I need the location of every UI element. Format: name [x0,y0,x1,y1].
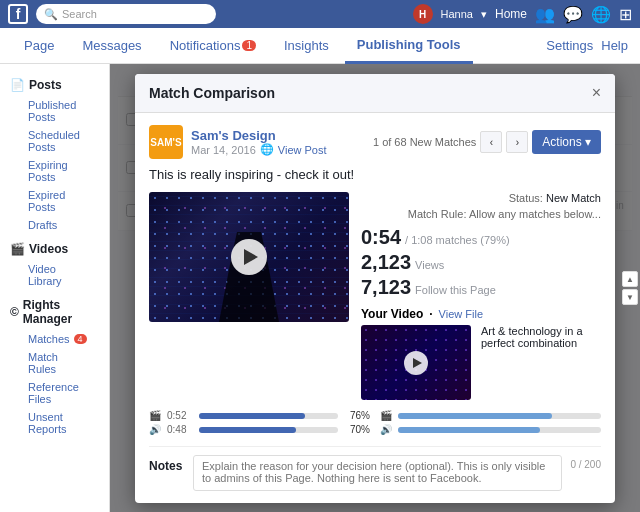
sidebar-item-expired-posts[interactable]: Expired Posts [10,186,99,216]
your-audio-bar-wrap [398,427,601,433]
sidebar-item-drafts[interactable]: Drafts [10,216,99,234]
your-video-bar-wrap [398,413,601,419]
copyright-icon: © [10,305,19,319]
help-link[interactable]: Help [601,38,628,53]
sidebar-section-videos: 🎬 Videos Video Library [0,236,109,292]
chat-icon: 💬 [563,5,583,24]
play-icon [244,249,258,265]
match-rule-value: Allow any matches below... [469,208,601,220]
stats-area: Status: New Match Match Rule: Allow any … [149,192,601,400]
your-video-progress-row: 🎬 [380,410,601,421]
view-post-link[interactable]: View Post [278,144,327,156]
content-area: Title Date Views Duration Description 2:… [110,64,640,512]
page-nav: Page Messages Notifications 1 Insights P… [0,28,640,64]
user-name: Hanna [441,8,473,20]
stat-label-views: Views [415,259,444,271]
match-nav: 1 of 68 New Matches ‹ › Actions ▾ [373,130,601,154]
your-video-icon: 🎬 [380,410,394,421]
sidebar-item-published-posts[interactable]: Published Posts [10,96,99,126]
video-icon: 🎬 [149,410,163,421]
user-date: Mar 14, 2016 🌐 View Post [191,143,327,156]
sidebar-item-expiring-posts[interactable]: Expiring Posts [10,156,99,186]
audio-progress-fill [199,427,296,433]
stat-views: 2,123 Views [361,251,601,274]
grid-icon: ⊞ [619,5,632,24]
your-video-bar-fill [398,413,552,419]
your-audio-icon: 🔊 [380,424,394,435]
your-video-link[interactable]: View File [439,308,483,320]
videos-section-header: 🎬 Videos [10,242,99,256]
stat-label-duration: / 1:08 matches (79%) [405,234,510,246]
notes-count: 0 / 200 [570,455,601,470]
stat-number-followers: 7,123 [361,276,411,299]
notifications-badge: 1 [242,40,256,51]
match-rule-row: Match Rule: Allow any matches below... [361,208,601,220]
audio-progress-bar-wrap [199,427,338,433]
nav-publishing-tools[interactable]: Publishing Tools [345,28,473,64]
your-video-thumbnail [361,325,471,400]
notes-input[interactable] [193,455,562,491]
settings-link[interactable]: Settings [546,38,593,53]
modal-overlay: Match Comparison × SAM'S Sam's Design Ma… [110,64,640,512]
video-progress-bar-wrap [199,413,338,419]
matches-badge: 4 [74,334,87,344]
main-content: 📄 Posts Published Posts Scheduled Posts … [0,64,640,512]
scroll-down-arrow[interactable]: ▼ [622,289,638,305]
your-video-section: Your Video · View File [361,307,601,400]
close-icon[interactable]: × [592,84,601,102]
sidebar-item-unsent-reports[interactable]: Unsent Reports [10,408,99,438]
match-info-row: SAM'S Sam's Design Mar 14, 2016 🌐 View P… [149,125,601,159]
posts-icon: 📄 [10,78,25,92]
sidebar-item-reference-files[interactable]: Reference Files [10,378,99,408]
user-avatar: SAM'S [149,125,183,159]
globe-icon-small: 🌐 [260,143,274,156]
nav-insights[interactable]: Insights [272,28,341,64]
globe-icon: 🌐 [591,5,611,24]
your-video-row: Art & technology in a perfect combinatio… [361,325,601,400]
videos-icon: 🎬 [10,242,25,256]
status-row: Status: New Match [361,192,601,204]
video-progress-fill [199,413,305,419]
sidebar-section-rights-manager: © Rights Manager Matches 4 Match Rules R… [0,292,109,440]
scroll-up-arrow[interactable]: ▲ [622,271,638,287]
modal-body: SAM'S Sam's Design Mar 14, 2016 🌐 View P… [135,113,615,503]
audio-icon: 🔊 [149,424,163,435]
search-bar[interactable]: 🔍 Search [36,4,216,24]
your-video-play-button[interactable] [404,351,428,375]
sidebar-item-scheduled-posts[interactable]: Scheduled Posts [10,126,99,156]
match-comparison-modal: Match Comparison × SAM'S Sam's Design Ma… [135,74,615,503]
sidebar-item-match-rules[interactable]: Match Rules [10,348,99,378]
stat-followers: 7,123 Follow this Page [361,276,601,299]
match-description: This is really inspiring - check it out! [149,167,601,182]
people-icon: 👥 [535,5,555,24]
home-link[interactable]: Home [495,7,527,21]
nav-prev-button[interactable]: ‹ [480,131,502,153]
sidebar-item-matches[interactable]: Matches 4 [10,330,99,348]
search-icon: 🔍 [44,8,58,21]
stat-number-duration: 0:54 [361,226,401,249]
match-user: SAM'S Sam's Design Mar 14, 2016 🌐 View P… [149,125,327,159]
right-stats: Status: New Match Match Rule: Allow any … [361,192,601,400]
chevron-down-icon: ▾ [481,8,487,21]
match-rule-label: Match Rule: [408,208,467,220]
audio-time: 0:48 [167,424,195,435]
sidebar-item-video-library[interactable]: Video Library [10,260,99,290]
status-value: New Match [546,192,601,204]
search-text: Search [62,8,97,20]
match-progress-col: 🎬 0:52 76% 🔊 0:48 [149,410,370,438]
modal-header: Match Comparison × [135,74,615,113]
rights-manager-header: © Rights Manager [10,298,99,326]
match-count: 1 of 68 New Matches [373,136,476,148]
nav-messages[interactable]: Messages [70,28,153,64]
modal-title: Match Comparison [149,85,275,101]
notes-section: Notes 0 / 200 [149,446,601,491]
nav-page[interactable]: Page [12,28,66,64]
nav-notifications[interactable]: Notifications 1 [158,28,268,64]
play-button[interactable] [231,239,267,275]
avatar: H [413,4,433,24]
stat-duration: 0:54 / 1:08 matches (79%) [361,226,601,249]
nav-next-button[interactable]: › [506,131,528,153]
actions-button[interactable]: Actions ▾ [532,130,601,154]
audio-pct: 70% [342,424,370,435]
your-audio-bar-fill [398,427,540,433]
